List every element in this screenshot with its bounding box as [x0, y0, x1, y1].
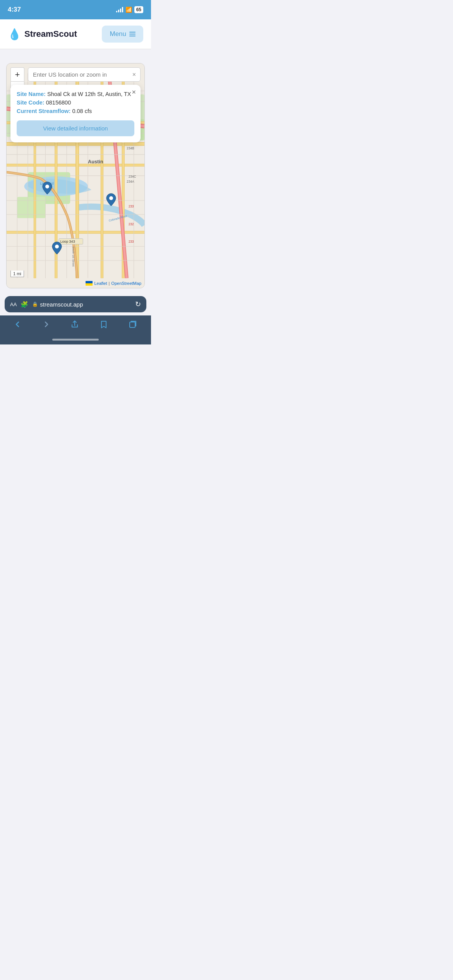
status-bar: 4:37 📶 65: [0, 0, 151, 19]
svg-text:232: 232: [129, 223, 134, 226]
tabs-button[interactable]: [124, 318, 142, 331]
lock-icon: 🔒: [32, 302, 38, 307]
home-indicator: [0, 336, 151, 344]
popup-streamflow-label: Current Streamflow:: [17, 108, 70, 114]
svg-text:233: 233: [129, 240, 134, 243]
reload-button[interactable]: ↻: [135, 300, 141, 308]
osm-link[interactable]: OpenStreetMap: [111, 281, 141, 286]
hamburger-icon: [129, 32, 136, 36]
ukraine-flag: [86, 281, 93, 286]
forward-button[interactable]: [38, 318, 55, 331]
leaflet-link[interactable]: Leaflet: [94, 281, 107, 286]
app-logo: 💧: [8, 28, 21, 41]
signal-icon: [116, 7, 123, 12]
svg-point-59: [45, 185, 49, 188]
popup-site-name-value: Shoal Ck at W 12th St, Austin, TX: [47, 91, 131, 97]
view-detail-button[interactable]: View detailed information: [17, 120, 134, 136]
map-pin-5[interactable]: [51, 241, 62, 255]
attribution-separator: |: [108, 281, 110, 286]
status-time: 4:37: [8, 6, 21, 14]
popup-site-code-label: Site Code:: [17, 99, 45, 106]
map-pin-4[interactable]: [106, 193, 117, 207]
font-size-button[interactable]: AA: [10, 302, 17, 307]
bookmarks-button[interactable]: [95, 318, 113, 331]
svg-text:South 1st Street: South 1st Street: [72, 247, 75, 267]
wifi-icon: 📶: [125, 7, 132, 13]
map-search: ×: [28, 67, 141, 82]
popup-site-name-label: Site Name:: [17, 91, 46, 97]
browser-bar: AA 🧩 🔒 streamscout.app ↻: [5, 296, 146, 312]
search-clear-button[interactable]: ×: [132, 70, 137, 79]
menu-button[interactable]: Menu: [102, 26, 143, 43]
map-attribution: Leaflet | OpenStreetMap: [86, 281, 141, 286]
popup-site-code-value: 08156800: [46, 99, 71, 106]
status-icons: 📶 65: [116, 6, 143, 13]
battery-indicator: 65: [134, 6, 143, 13]
url-text: streamscout.app: [40, 301, 83, 308]
brand: 💧 StreamScout: [8, 28, 77, 41]
popup-close-button[interactable]: ×: [132, 89, 136, 96]
map-container: Austin Lady Bird Lake Loop 343 South 1st…: [6, 63, 145, 288]
popup-streamflow-value: 0.08 cfs: [72, 108, 92, 114]
location-search-input[interactable]: [28, 67, 141, 82]
popup-site-code-row: Site Code: 08156800: [17, 99, 134, 106]
app-header: 💧 StreamScout Menu: [0, 19, 151, 49]
svg-text:234A: 234A: [127, 180, 134, 183]
map-pin-3[interactable]: [42, 181, 53, 195]
popup-streamflow-row: Current Streamflow: 0.08 cfs: [17, 108, 134, 114]
bottom-navigation: [0, 315, 151, 336]
popup-site-name-row: Site Name: Shoal Ck at W 12th St, Austin…: [17, 91, 134, 97]
map-popup: × Site Name: Shoal Ck at W 12th St, Aust…: [10, 85, 141, 142]
home-bar: [52, 339, 99, 341]
extensions-icon[interactable]: 🧩: [21, 301, 28, 308]
svg-text:234B: 234B: [127, 147, 134, 150]
map-scale: 1 mi: [10, 271, 24, 277]
svg-point-61: [55, 245, 59, 248]
svg-rect-62: [130, 322, 135, 327]
svg-rect-3: [17, 197, 45, 218]
zoom-in-button[interactable]: +: [10, 67, 24, 81]
brand-name: StreamScout: [24, 29, 77, 39]
menu-label: Menu: [110, 30, 126, 38]
svg-point-60: [109, 196, 113, 200]
svg-text:Loop 343: Loop 343: [60, 240, 75, 243]
url-bar[interactable]: 🔒 streamscout.app: [32, 301, 131, 308]
svg-text:Austin: Austin: [88, 159, 103, 164]
share-button[interactable]: [66, 318, 84, 331]
back-button[interactable]: [9, 318, 26, 331]
svg-text:233: 233: [129, 205, 134, 208]
svg-text:234C: 234C: [129, 175, 136, 178]
map-area[interactable]: Austin Lady Bird Lake Loop 343 South 1st…: [7, 63, 144, 288]
